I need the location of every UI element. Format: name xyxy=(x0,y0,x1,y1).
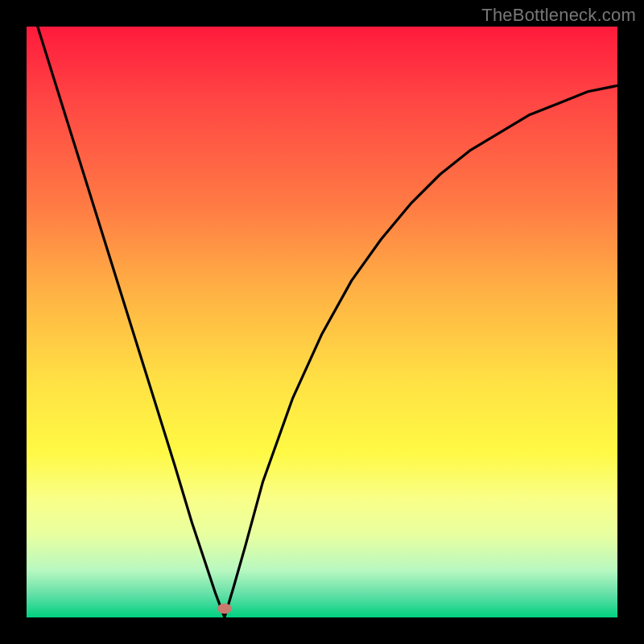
bottleneck-curve-line xyxy=(27,27,617,617)
watermark-text: TheBottleneck.com xyxy=(481,5,636,26)
plot-area xyxy=(27,27,617,617)
chart-frame: TheBottleneck.com xyxy=(0,0,644,644)
curve-svg xyxy=(27,27,617,617)
optimum-marker xyxy=(217,603,232,613)
